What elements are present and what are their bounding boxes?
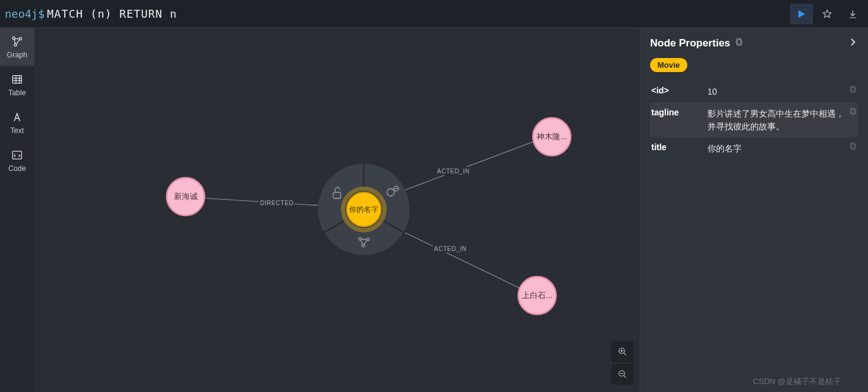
copy-button[interactable] xyxy=(849,85,857,95)
prop-row-id: <id> 10 xyxy=(650,81,858,103)
svg-text:神木隆...: 神木隆... xyxy=(537,132,567,141)
prop-key: <id> xyxy=(651,85,707,95)
prop-row-tagline: tagline 影片讲述了男女高中生在梦中相遇，并寻找彼此的故事。 xyxy=(650,103,858,137)
svg-text:上白石...: 上白石... xyxy=(522,291,552,300)
favorite-button[interactable] xyxy=(816,2,839,26)
zoom-controls xyxy=(612,341,634,385)
tab-label: Text xyxy=(10,126,24,135)
copy-all-button[interactable] xyxy=(735,38,743,48)
svg-text:DIRECTED: DIRECTED xyxy=(260,200,294,206)
tab-graph[interactable]: Graph xyxy=(0,28,34,66)
svg-text:你的名字: 你的名字 xyxy=(349,205,378,214)
svg-text:新海诚: 新海诚 xyxy=(174,192,198,201)
clipboard-icon xyxy=(849,107,857,115)
clipboard-icon xyxy=(735,38,743,46)
prompt-label: neo4j$ xyxy=(4,7,47,20)
tab-label: Code xyxy=(9,164,26,173)
panel-title: Node Properties xyxy=(650,37,730,49)
tab-text[interactable]: Text xyxy=(0,104,34,142)
query-bar: neo4j$ MATCH (n) RETURN n xyxy=(0,0,868,28)
play-icon xyxy=(797,10,806,18)
node-person-2[interactable]: 神木隆... xyxy=(533,118,571,156)
properties-panel: Node Properties Movie <id> 10 tagline 影片… xyxy=(640,28,868,392)
watermark: CSDN @是橘子不是桔子 xyxy=(753,376,841,387)
svg-text:ACTED_IN: ACTED_IN xyxy=(437,168,469,175)
download-icon xyxy=(847,9,858,20)
prop-value: 影片讲述了男女高中生在梦中相遇，并寻找彼此的故事。 xyxy=(707,107,845,132)
code-icon xyxy=(10,148,24,162)
svg-rect-3 xyxy=(13,76,22,84)
table-icon xyxy=(10,73,24,86)
text-icon xyxy=(10,111,24,124)
prop-value: 10 xyxy=(707,85,845,98)
star-icon xyxy=(822,9,833,20)
clipboard-icon xyxy=(849,85,857,93)
chevron-right-icon xyxy=(847,37,858,48)
collapse-panel-button[interactable] xyxy=(847,37,858,49)
prop-value: 你的名字 xyxy=(707,142,845,154)
node-person-1[interactable]: 新海诚 xyxy=(167,178,204,216)
copy-button[interactable] xyxy=(849,142,857,152)
node-label-pill[interactable]: Movie xyxy=(650,58,687,72)
prop-row-title: title 你的名字 xyxy=(650,137,858,159)
zoom-out-icon xyxy=(617,369,628,380)
query-text[interactable]: MATCH (n) RETURN n xyxy=(47,7,177,20)
node-movie[interactable]: 你的名字 xyxy=(343,189,385,230)
svg-text:ACTED_IN: ACTED_IN xyxy=(434,245,466,252)
svg-rect-4 xyxy=(13,151,22,159)
prop-key: title xyxy=(651,142,707,152)
tab-label: Graph xyxy=(7,51,27,59)
prop-key: tagline xyxy=(651,107,707,117)
node-person-3[interactable]: 上白石... xyxy=(518,277,556,314)
copy-button[interactable] xyxy=(849,107,857,117)
graph-canvas[interactable]: DIRECTED ACTED_IN ACTED_IN xyxy=(34,28,640,392)
run-button[interactable] xyxy=(790,4,813,24)
zoom-in-button[interactable] xyxy=(612,341,634,363)
view-tabs: Graph Table Text Code xyxy=(0,28,34,392)
zoom-out-button[interactable] xyxy=(612,363,634,385)
tab-code[interactable]: Code xyxy=(0,142,34,180)
svg-point-0 xyxy=(12,37,15,39)
download-button[interactable] xyxy=(841,2,864,26)
clipboard-icon xyxy=(849,142,857,150)
tab-table[interactable]: Table xyxy=(0,66,34,104)
tab-label: Table xyxy=(9,89,26,97)
zoom-in-icon xyxy=(617,346,628,357)
graph-icon xyxy=(10,35,24,48)
